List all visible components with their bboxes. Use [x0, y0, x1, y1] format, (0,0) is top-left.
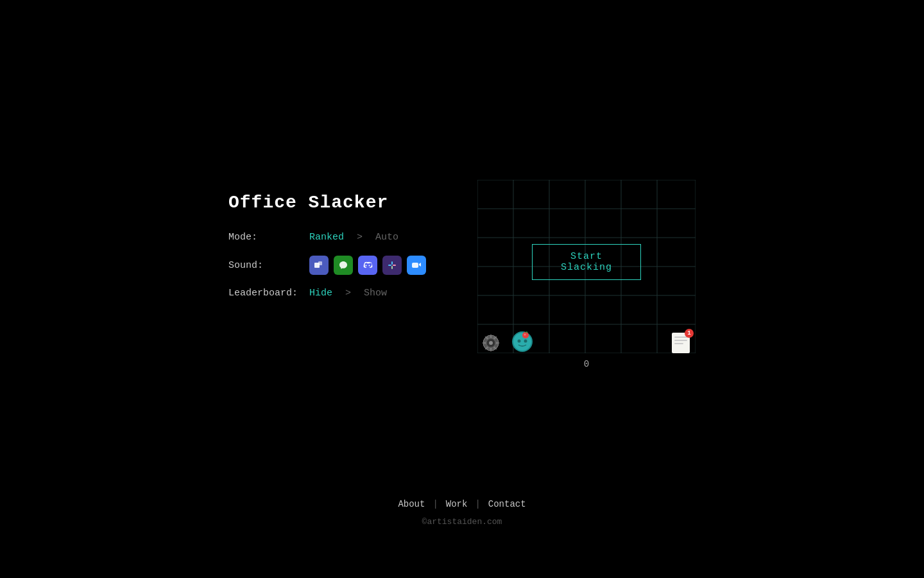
svg-rect-1 — [318, 261, 322, 265]
svg-point-3 — [369, 265, 370, 267]
svg-rect-42 — [674, 340, 687, 341]
teams-icon[interactable] — [309, 256, 329, 275]
svg-rect-7 — [391, 266, 393, 269]
svg-rect-41 — [674, 337, 687, 338]
svg-rect-8 — [412, 263, 418, 268]
sound-row: Sound: — [228, 256, 426, 275]
divider-2: | — [475, 499, 480, 509]
start-button[interactable]: Start Slacking — [532, 244, 641, 280]
zoom-icon[interactable] — [407, 256, 426, 275]
mode-row: Mode: Ranked > Auto — [228, 232, 426, 243]
svg-point-25 — [489, 341, 493, 345]
svg-point-36 — [518, 340, 521, 343]
sound-label: Sound: — [228, 260, 299, 271]
svg-point-37 — [524, 340, 527, 343]
svg-point-39 — [524, 334, 526, 336]
slack-icon[interactable] — [382, 256, 402, 275]
footer-nav: About | Work | Contact — [398, 499, 526, 509]
svg-rect-6 — [393, 265, 396, 266]
about-link[interactable]: About — [398, 499, 425, 509]
contact-link[interactable]: Contact — [488, 499, 526, 509]
work-link[interactable]: Work — [446, 499, 468, 509]
discord-icon[interactable] — [358, 256, 377, 275]
mode-auto[interactable]: Auto — [375, 232, 398, 243]
leaderboard-show[interactable]: Show — [364, 288, 387, 299]
leaderboard-label: Leaderboard: — [228, 288, 299, 299]
sound-icons — [309, 256, 426, 275]
svg-rect-43 — [674, 343, 683, 344]
saw-blade — [481, 333, 501, 353]
mode-label: Mode: — [228, 232, 299, 243]
left-panel: Office Slacker Mode: Ranked > Auto Sound… — [228, 180, 426, 299]
score-display: 0 — [584, 359, 589, 369]
leaderboard-row: Leaderboard: Hide > Show — [228, 288, 426, 299]
divider-1: | — [432, 499, 438, 509]
svg-rect-5 — [391, 261, 393, 265]
copyright: ©artistaiden.com — [422, 517, 502, 527]
leaderboard-separator: > — [345, 288, 351, 299]
game-area: Start Slacking — [477, 180, 696, 372]
game-title: Office Slacker — [228, 193, 426, 213]
hangouts-icon[interactable] — [334, 256, 353, 275]
notepad-item: 1 — [669, 330, 692, 353]
mode-separator: > — [357, 232, 363, 243]
character-sprite — [511, 330, 534, 353]
svg-rect-4 — [388, 265, 391, 266]
mode-ranked[interactable]: Ranked — [309, 232, 344, 243]
footer: About | Work | Contact ©artistaiden.com — [0, 499, 924, 527]
leaderboard-hide[interactable]: Hide — [309, 288, 332, 299]
svg-point-2 — [366, 265, 367, 267]
